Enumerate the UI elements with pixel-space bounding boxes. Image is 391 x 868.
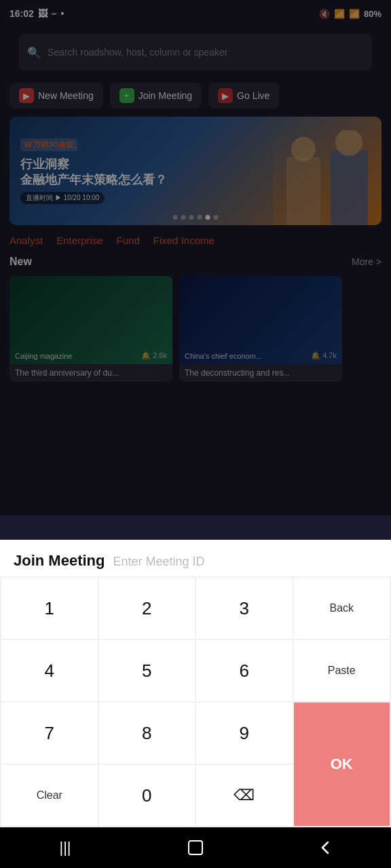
nav-back-button[interactable] — [309, 831, 343, 865]
nav-home-button[interactable] — [179, 831, 212, 865]
svg-rect-4 — [189, 841, 202, 854]
key-ok[interactable]: OK — [294, 703, 390, 826]
key-6[interactable]: 6 — [196, 640, 293, 701]
nav-bar: ||| — [0, 827, 391, 868]
join-meeting-sheet: Join Meeting Enter Meeting ID 1 2 3 Back… — [0, 540, 391, 827]
key-clear[interactable]: Clear — [1, 765, 98, 826]
key-back[interactable]: Back — [294, 578, 390, 639]
join-header: Join Meeting Enter Meeting ID — [0, 540, 391, 576]
key-3[interactable]: 3 — [196, 578, 293, 639]
key-9[interactable]: 9 — [196, 703, 293, 764]
keypad: 1 2 3 Back 4 5 6 Paste 7 8 9 OK Clear 0 … — [0, 576, 391, 827]
key-4[interactable]: 4 — [1, 640, 98, 701]
key-backspace[interactable]: ⌫ — [196, 765, 293, 826]
key-2[interactable]: 2 — [99, 578, 196, 639]
key-paste[interactable]: Paste — [294, 640, 390, 701]
key-5[interactable]: 5 — [99, 640, 196, 701]
key-1[interactable]: 1 — [1, 578, 98, 639]
join-title: Join Meeting — [14, 552, 105, 570]
key-8[interactable]: 8 — [99, 703, 196, 764]
join-input-placeholder[interactable]: Enter Meeting ID — [113, 555, 204, 569]
key-7[interactable]: 7 — [1, 703, 98, 764]
key-0[interactable]: 0 — [99, 765, 196, 826]
dim-overlay — [0, 0, 391, 515]
nav-menu-button[interactable]: ||| — [48, 831, 82, 865]
nav-menu-icon: ||| — [59, 839, 71, 856]
